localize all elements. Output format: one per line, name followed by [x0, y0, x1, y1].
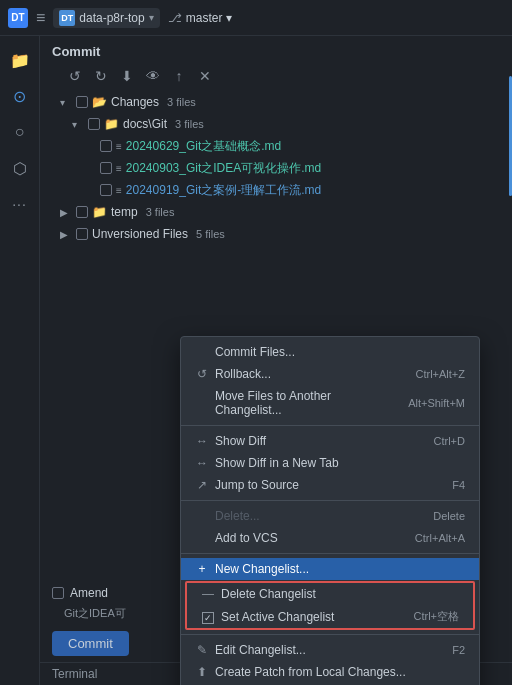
temp-folder-icon: 📁 [92, 205, 107, 219]
commit-files-label: Commit Files... [215, 345, 295, 359]
docs-git-checkbox[interactable] [88, 118, 100, 130]
content-area: Commit ↺ ↻ ⬇ 👁 ↑ ✕ ▾ 📂 Changes 3 files ▾ [40, 36, 512, 685]
unversioned-count: 5 files [196, 228, 225, 240]
show-diff-label: Show Diff [215, 434, 266, 448]
project-name: data-p8r-top [79, 11, 144, 25]
branch-selector[interactable]: ⎇ master ▾ [168, 11, 233, 25]
file-1-checkbox[interactable] [100, 162, 112, 174]
eye-button[interactable]: 👁 [142, 65, 164, 87]
temp-row[interactable]: ▶ 📁 temp 3 files [48, 201, 512, 223]
amend-checkbox[interactable] [52, 587, 64, 599]
temp-chevron-icon: ▶ [60, 207, 72, 218]
rollback-shortcut: Ctrl+Alt+Z [415, 368, 465, 380]
commit-button[interactable]: Commit [52, 631, 129, 656]
unversioned-label: Unversioned Files [92, 227, 188, 241]
up-button[interactable]: ↑ [168, 65, 190, 87]
file-2-icon: ≡ [116, 185, 122, 196]
sidebar-icon-project[interactable]: 📁 [4, 44, 36, 76]
project-chevron-icon: ▾ [149, 12, 154, 23]
sidebar-icon-git[interactable]: ⊙ [4, 80, 36, 112]
project-files-icon: 📁 [10, 51, 30, 70]
menu-item-delete: Delete... Delete [181, 505, 479, 527]
new-changelist-label: New Changelist... [215, 562, 309, 576]
more-icon: ··· [12, 196, 27, 212]
file-0-label: 20240629_Git之基础概念.md [126, 138, 281, 155]
menu-item-jump-to-source[interactable]: ↗ Jump to Source F4 [181, 474, 479, 496]
changes-chevron-icon: ▾ [60, 97, 72, 108]
changes-folder-icon: 📂 [92, 95, 107, 109]
show-diff-icon: ↔ [195, 434, 209, 448]
docs-git-label: docs\Git [123, 117, 167, 131]
sidebar-icons: 📁 ⊙ ○ ⬡ ··· [0, 36, 40, 685]
temp-checkbox[interactable] [76, 206, 88, 218]
modules-icon: ⬡ [13, 159, 27, 178]
changes-label: Changes [111, 95, 159, 109]
file-row-0[interactable]: ≡ 20240629_Git之基础概念.md [48, 135, 512, 157]
show-diff-shortcut: Ctrl+D [434, 435, 465, 447]
unversioned-checkbox[interactable] [76, 228, 88, 240]
git-commit-icon: ⊙ [13, 87, 26, 106]
app-icon: DT [8, 8, 28, 28]
vcs-icon: ○ [15, 123, 25, 141]
branch-name: master [186, 11, 223, 25]
set-active-changelist-shortcut: Ctrl+空格 [413, 609, 459, 624]
menu-item-set-active-changelist[interactable]: ✓ Set Active Changelist Ctrl+空格 [187, 605, 473, 628]
create-patch-icon: ⬆ [195, 665, 209, 679]
add-to-vcs-label: Add to VCS [215, 531, 278, 545]
rollback-label: Rollback... [215, 367, 271, 381]
menu-item-new-changelist[interactable]: + New Changelist... [181, 558, 479, 580]
changes-row[interactable]: ▾ 📂 Changes 3 files [48, 91, 512, 113]
project-selector[interactable]: DT data-p8r-top ▾ [53, 8, 159, 28]
docs-git-chevron-icon: ▾ [72, 119, 84, 130]
menu-item-add-to-vcs[interactable]: Add to VCS Ctrl+Alt+A [181, 527, 479, 549]
menu-item-edit-changelist[interactable]: ✎ Edit Changelist... F2 [181, 639, 479, 661]
context-menu: Commit Files... ↺ Rollback... Ctrl+Alt+Z… [180, 336, 480, 685]
file-0-checkbox[interactable] [100, 140, 112, 152]
temp-count: 3 files [146, 206, 175, 218]
edit-changelist-shortcut: F2 [452, 644, 465, 656]
undo-button[interactable]: ↻ [90, 65, 112, 87]
main-layout: 📁 ⊙ ○ ⬡ ··· Commit ↺ ↻ ⬇ 👁 ↑ ✕ [0, 36, 512, 685]
branch-icon: ⎇ [168, 11, 182, 25]
panel-header: Commit [40, 36, 512, 63]
menu-item-move-files[interactable]: Move Files to Another Changelist... Alt+… [181, 385, 479, 421]
file-row-2[interactable]: ≡ 20240919_Git之案例-理解工作流.md [48, 179, 512, 201]
file-2-checkbox[interactable] [100, 184, 112, 196]
unversioned-row[interactable]: ▶ Unversioned Files 5 files [48, 223, 512, 245]
sidebar-icon-vcs[interactable]: ○ [4, 116, 36, 148]
file-row-1[interactable]: ≡ 20240903_Git之IDEA可视化操作.md [48, 157, 512, 179]
sidebar-icon-more[interactable]: ··· [4, 188, 36, 220]
close-button[interactable]: ✕ [194, 65, 216, 87]
sidebar-icon-modules[interactable]: ⬡ [4, 152, 36, 184]
file-tree: ▾ 📂 Changes 3 files ▾ 📁 docs\Git 3 files… [40, 91, 512, 245]
branch-chevron-icon: ▾ [226, 11, 232, 25]
delete-changelist-label: Delete Changelist [221, 587, 316, 601]
changes-checkbox[interactable] [76, 96, 88, 108]
divider-3 [181, 553, 479, 554]
top-bar: DT ≡ DT data-p8r-top ▾ ⎇ master ▾ [0, 0, 512, 36]
menu-item-create-patch[interactable]: ⬆ Create Patch from Local Changes... [181, 661, 479, 683]
download-button[interactable]: ⬇ [116, 65, 138, 87]
edit-changelist-icon: ✎ [195, 643, 209, 657]
edit-changelist-label: Edit Changelist... [215, 643, 306, 657]
docs-git-row[interactable]: ▾ 📁 docs\Git 3 files [48, 113, 512, 135]
add-to-vcs-shortcut: Ctrl+Alt+A [415, 532, 465, 544]
toolbar: ↺ ↻ ⬇ 👁 ↑ ✕ [40, 63, 512, 91]
menu-item-show-diff[interactable]: ↔ Show Diff Ctrl+D [181, 430, 479, 452]
file-2-label: 20240919_Git之案例-理解工作流.md [126, 182, 321, 199]
show-diff-tab-icon: ↔ [195, 456, 209, 470]
menu-item-show-diff-tab[interactable]: ↔ Show Diff in a New Tab [181, 452, 479, 474]
project-badge: DT [59, 10, 75, 26]
rollback-icon: ↺ [195, 367, 209, 381]
delete-changelist-icon: — [201, 587, 215, 601]
panel-title: Commit [52, 44, 100, 59]
temp-label: temp [111, 205, 138, 219]
unversioned-chevron-icon: ▶ [60, 229, 72, 240]
menu-item-delete-changelist[interactable]: — Delete Changelist [187, 583, 473, 605]
menu-icon[interactable]: ≡ [36, 9, 45, 27]
refresh-button[interactable]: ↺ [64, 65, 86, 87]
menu-item-commit-files[interactable]: Commit Files... [181, 341, 479, 363]
set-active-changelist-icon: ✓ [201, 610, 215, 624]
delete-label: Delete... [215, 509, 260, 523]
menu-item-rollback[interactable]: ↺ Rollback... Ctrl+Alt+Z [181, 363, 479, 385]
